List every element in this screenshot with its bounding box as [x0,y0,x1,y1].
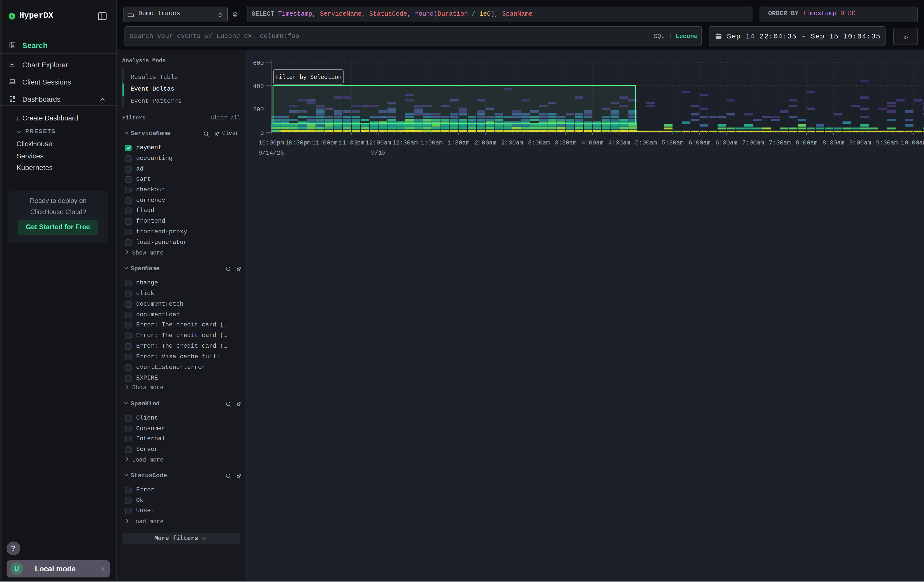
svg-text:600: 600 [253,60,264,66]
svg-text:7:30am: 7:30am [769,139,791,146]
svg-text:12:00am: 12:00am [366,139,391,146]
svg-text:3:00am: 3:00am [528,139,550,146]
svg-text:400: 400 [253,83,264,90]
svg-text:7:00am: 7:00am [742,139,764,146]
svg-text:9:00am: 9:00am [849,139,871,146]
svg-text:6:30am: 6:30am [715,139,737,146]
svg-text:2:30am: 2:30am [501,139,523,146]
svg-text:5:30am: 5:30am [662,139,684,146]
svg-text:0: 0 [260,130,264,137]
svg-text:12:30am: 12:30am [393,139,418,146]
svg-text:8:30am: 8:30am [823,139,844,146]
svg-text:8:00am: 8:00am [796,139,817,146]
svg-text:Filter by Selection: Filter by Selection [275,74,342,81]
svg-text:11:30pm: 11:30pm [339,139,364,146]
svg-text:3:30am: 3:30am [555,139,577,146]
svg-text:2:00am: 2:00am [474,139,496,146]
svg-text:200: 200 [253,106,264,113]
svg-text:10:30pm: 10:30pm [285,139,311,146]
svg-text:5:00am: 5:00am [635,139,657,146]
svg-text:4:00am: 4:00am [581,139,603,146]
svg-text:10:00am: 10:00am [901,139,924,146]
svg-text:1:30am: 1:30am [447,139,469,146]
svg-text:11:00pm: 11:00pm [312,139,338,146]
svg-text:1:00am: 1:00am [421,139,443,146]
svg-text:10:00pm: 10:00pm [259,139,284,146]
svg-text:6:00am: 6:00am [689,139,710,146]
svg-text:4:30am: 4:30am [608,139,630,146]
svg-text:9/14/25: 9/14/25 [259,150,284,157]
svg-text:9/15: 9/15 [371,150,386,157]
svg-text:9:30am: 9:30am [876,139,898,146]
